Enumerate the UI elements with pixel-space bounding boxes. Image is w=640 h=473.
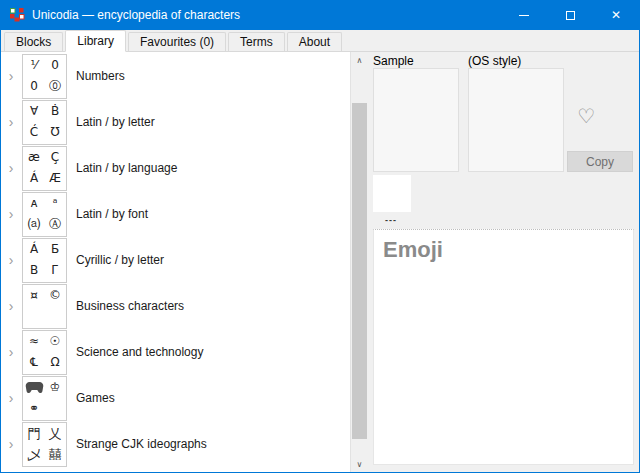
glyph: Г [45, 260, 66, 281]
glyph: Ⓐ [45, 214, 66, 235]
glyph [24, 306, 45, 327]
block-heading: Emoji [383, 237, 633, 263]
app-window: Unicodia — encyclopedia of characters ✕ … [0, 0, 640, 473]
tree-item-science-and-technology[interactable]: › ≈☉℄Ω Science and technology [1, 329, 350, 375]
glyph: ≈ [24, 331, 45, 352]
tree-item-numbers[interactable]: › ⅟00⓪ Numbers [1, 53, 350, 99]
tree-item-label: Cyrillic / by letter [76, 253, 164, 267]
glyph: Æ [45, 168, 66, 189]
window-title: Unicodia — encyclopedia of characters [32, 8, 501, 22]
tree-item-label: Games [76, 391, 115, 405]
expand-chevron-icon[interactable]: › [3, 253, 19, 267]
sample-label: Sample [373, 54, 414, 68]
category-icon: ∀ḂĆƱ [22, 100, 67, 145]
glyph: 門 [24, 423, 45, 444]
glyph: Ḃ [45, 101, 66, 122]
description-pane: Emoji [373, 229, 634, 465]
tree-item-latin-by-font[interactable]: › ᴀᵃ⒜Ⓐ Latin / by font [1, 191, 350, 237]
maximize-button[interactable] [547, 0, 593, 30]
tree-item-label: Business characters [76, 299, 184, 313]
category-icon: ᴀᵃ⒜Ⓐ [22, 192, 67, 237]
placeholder-dashes: --- [385, 215, 397, 225]
tree-item-latin-by-language[interactable]: › æÇÁÆ Latin / by language [1, 145, 350, 191]
tab-favourites[interactable]: Favourites (0) [128, 32, 226, 51]
glyph [45, 398, 66, 419]
glyph: Á [24, 168, 45, 189]
list-scrollbar[interactable]: ∧ ∨ [350, 52, 368, 472]
expand-chevron-icon[interactable]: › [3, 345, 19, 359]
tree-item-label: Latin / by language [76, 161, 177, 175]
maximize-icon [566, 11, 575, 20]
window-controls: ✕ [501, 0, 639, 30]
titlebar[interactable]: Unicodia — encyclopedia of characters ✕ [1, 0, 639, 30]
copy-button[interactable]: Copy [567, 151, 633, 172]
scroll-down-icon[interactable]: ∨ [351, 456, 369, 472]
favourite-heart-icon[interactable]: ♡ [571, 102, 601, 130]
glyph: В [24, 260, 45, 281]
glyph: 乂 [45, 423, 66, 444]
glyph: 乄 [24, 444, 45, 465]
glyph: Ʊ [45, 122, 66, 143]
category-icon: ÁБВГ [22, 238, 67, 283]
main-area: › ⅟00⓪ Numbers › ∀ḂĆƱ Latin / by letter … [1, 52, 639, 472]
category-icon: ⅟00⓪ [22, 54, 67, 99]
expand-chevron-icon[interactable]: › [3, 437, 19, 451]
glyph: ⅟ [24, 55, 45, 76]
os-style-preview-box [468, 68, 564, 172]
category-icon: æÇÁÆ [22, 146, 67, 191]
tree-item-business-characters[interactable]: › ¤© Business characters [1, 283, 350, 329]
character-cell-preview [373, 175, 411, 212]
glyph: ♔ [45, 377, 66, 398]
expand-chevron-icon[interactable]: › [3, 299, 19, 313]
glyph: 0 [24, 76, 45, 97]
sample-preview-box [373, 68, 459, 172]
os-style-label: (OS style) [468, 54, 521, 68]
tree-item-strange-cjk-ideographs[interactable]: › 門乂乄囍 Strange CJK ideographs [1, 421, 350, 467]
tree-item-latin-by-letter[interactable]: › ∀ḂĆƱ Latin / by letter [1, 99, 350, 145]
tree-item-cyrillic-by-letter[interactable]: › ÁБВГ Cyrillic / by letter [1, 237, 350, 283]
tree-item-label: Strange CJK ideographs [76, 437, 207, 451]
glyph: Ć [24, 122, 45, 143]
glyph: ⒜ [24, 214, 45, 235]
minimize-button[interactable] [501, 0, 547, 30]
glyph: ☉ [45, 331, 66, 352]
tab-library[interactable]: Library [65, 30, 126, 52]
app-icon [9, 7, 25, 23]
glyph: © [45, 285, 66, 306]
glyph: ⓪ [45, 76, 66, 97]
glyph [45, 306, 66, 327]
glyph: Б [45, 239, 66, 260]
category-icon: ≈☉℄Ω [22, 330, 67, 375]
scrollbar-thumb[interactable] [352, 103, 367, 439]
glyph: ⚭ [24, 398, 45, 419]
glyph: 囍 [45, 444, 66, 465]
close-button[interactable]: ✕ [593, 0, 639, 30]
glyph: ∀ [24, 101, 45, 122]
expand-chevron-icon[interactable]: › [3, 391, 19, 405]
tree-item-label: Science and technology [76, 345, 203, 359]
tree-item-label: Latin / by letter [76, 115, 155, 129]
glyph: Ω [45, 352, 66, 373]
tree-item-label: Latin / by font [76, 207, 148, 221]
tree-item-label: Numbers [76, 69, 125, 83]
minimize-icon [519, 15, 529, 16]
tab-about[interactable]: About [287, 32, 342, 51]
category-icon: 門乂乄囍 [22, 422, 67, 467]
expand-chevron-icon[interactable]: › [3, 207, 19, 221]
gamepad-icon [24, 377, 45, 398]
preview-panel: Sample (OS style) ♡ Copy --- Emoji [368, 52, 639, 472]
expand-chevron-icon[interactable]: › [3, 115, 19, 129]
scroll-up-icon[interactable]: ∧ [351, 52, 369, 68]
glyph: Ç [45, 147, 66, 168]
glyph: æ [24, 147, 45, 168]
glyph: Á [24, 239, 45, 260]
category-icon: ¤© [22, 284, 67, 329]
glyph: ᴀ [24, 193, 45, 214]
tree-item-games[interactable]: › ♔⚭ Games [1, 375, 350, 421]
expand-chevron-icon[interactable]: › [3, 161, 19, 175]
tab-blocks[interactable]: Blocks [4, 32, 63, 51]
expand-chevron-icon[interactable]: › [3, 69, 19, 83]
tab-terms[interactable]: Terms [228, 32, 285, 51]
glyph: 0 [45, 55, 66, 76]
close-icon: ✕ [611, 8, 621, 22]
